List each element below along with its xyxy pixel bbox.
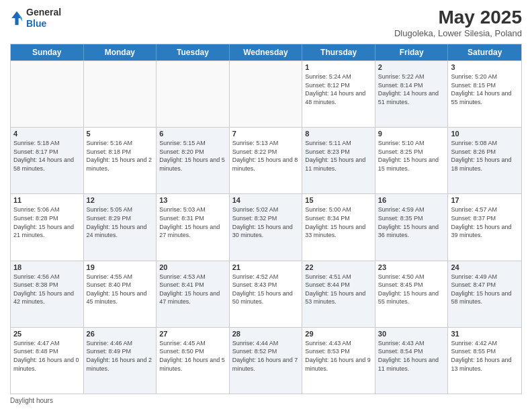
day-info: Sunrise: 4:49 AM Sunset: 8:47 PM Dayligh…: [451, 273, 519, 306]
day-number: 31: [451, 330, 519, 338]
day-number: 8: [305, 130, 372, 138]
cal-cell: 9Sunrise: 5:10 AM Sunset: 8:25 PM Daylig…: [375, 128, 449, 193]
cal-cell: [230, 61, 303, 127]
day-info: Sunrise: 4:51 AM Sunset: 8:44 PM Dayligh…: [305, 273, 372, 306]
cal-cell: 11Sunrise: 5:06 AM Sunset: 8:28 PM Dayli…: [11, 194, 84, 260]
cal-cell: 7Sunrise: 5:13 AM Sunset: 8:22 PM Daylig…: [230, 128, 303, 193]
cal-cell: 6Sunrise: 5:15 AM Sunset: 8:20 PM Daylig…: [157, 128, 230, 193]
main-title: May 2025: [394, 7, 522, 28]
day-number: 2: [378, 63, 445, 71]
cal-cell: 22Sunrise: 4:51 AM Sunset: 8:44 PM Dayli…: [302, 261, 375, 327]
day-info: Sunrise: 5:08 AM Sunset: 8:26 PM Dayligh…: [451, 139, 519, 173]
day-number: 9: [378, 130, 445, 138]
day-info: Sunrise: 5:05 AM Sunset: 8:29 PM Dayligh…: [87, 205, 154, 239]
cal-cell: 31Sunrise: 4:42 AM Sunset: 8:55 PM Dayli…: [448, 328, 521, 394]
day-number: 18: [13, 263, 81, 271]
day-info: Sunrise: 5:15 AM Sunset: 8:20 PM Dayligh…: [159, 139, 226, 173]
cal-header-cell: Monday: [84, 44, 157, 60]
cal-cell: 12Sunrise: 5:05 AM Sunset: 8:29 PM Dayli…: [84, 194, 157, 260]
cal-cell: 21Sunrise: 4:52 AM Sunset: 8:43 PM Dayli…: [230, 261, 303, 327]
cal-week: 1Sunrise: 5:24 AM Sunset: 8:12 PM Daylig…: [11, 60, 521, 127]
cal-cell: 19Sunrise: 4:55 AM Sunset: 8:40 PM Dayli…: [84, 261, 157, 327]
logo: General Blue: [10, 7, 61, 30]
day-info: Sunrise: 5:06 AM Sunset: 8:28 PM Dayligh…: [13, 205, 81, 239]
day-number: 14: [232, 196, 300, 204]
cal-cell: 8Sunrise: 5:11 AM Sunset: 8:23 PM Daylig…: [302, 128, 375, 193]
day-info: Sunrise: 4:57 AM Sunset: 8:37 PM Dayligh…: [451, 205, 519, 239]
cal-cell: 27Sunrise: 4:45 AM Sunset: 8:50 PM Dayli…: [157, 328, 230, 394]
day-info: Sunrise: 4:55 AM Sunset: 8:40 PM Dayligh…: [87, 273, 154, 306]
cal-cell: 14Sunrise: 5:02 AM Sunset: 8:32 PM Dayli…: [230, 194, 303, 260]
day-number: 1: [305, 63, 372, 71]
day-info: Sunrise: 5:24 AM Sunset: 8:12 PM Dayligh…: [305, 73, 372, 106]
location-subtitle: Dlugoleka, Lower Silesia, Poland: [394, 28, 522, 38]
day-number: 15: [305, 196, 372, 204]
day-info: Sunrise: 5:02 AM Sunset: 8:32 PM Dayligh…: [232, 205, 300, 239]
day-number: 16: [378, 196, 445, 204]
cal-week: 11Sunrise: 5:06 AM Sunset: 8:28 PM Dayli…: [11, 193, 521, 260]
header: General Blue May 2025 Dlugoleka, Lower S…: [10, 7, 522, 38]
day-info: Sunrise: 5:18 AM Sunset: 8:17 PM Dayligh…: [13, 139, 81, 173]
cal-cell: 25Sunrise: 4:47 AM Sunset: 8:48 PM Dayli…: [11, 328, 84, 394]
cal-cell: 16Sunrise: 4:59 AM Sunset: 8:35 PM Dayli…: [375, 194, 449, 260]
day-number: 23: [378, 263, 445, 271]
daylight-label: Daylight hours: [10, 397, 53, 404]
cal-cell: 15Sunrise: 5:00 AM Sunset: 8:34 PM Dayli…: [302, 194, 375, 260]
cal-cell: 1Sunrise: 5:24 AM Sunset: 8:12 PM Daylig…: [302, 61, 375, 127]
day-info: Sunrise: 4:44 AM Sunset: 8:52 PM Dayligh…: [232, 339, 300, 373]
cal-cell: 2Sunrise: 5:22 AM Sunset: 8:14 PM Daylig…: [375, 61, 449, 127]
day-number: 21: [232, 263, 300, 271]
calendar-header: SundayMondayTuesdayWednesdayThursdayFrid…: [11, 44, 521, 60]
day-info: Sunrise: 5:11 AM Sunset: 8:23 PM Dayligh…: [305, 139, 372, 173]
day-number: 6: [159, 130, 226, 138]
day-info: Sunrise: 4:46 AM Sunset: 8:49 PM Dayligh…: [87, 339, 154, 373]
logo-general: General: [26, 7, 61, 18]
page: General Blue May 2025 Dlugoleka, Lower S…: [0, 0, 532, 411]
cal-cell: 17Sunrise: 4:57 AM Sunset: 8:37 PM Dayli…: [448, 194, 521, 260]
logo-icon: [10, 10, 24, 26]
day-number: 30: [378, 330, 445, 338]
logo-text: General Blue: [26, 7, 61, 30]
day-number: 13: [159, 196, 226, 204]
cal-header-cell: Tuesday: [157, 44, 230, 60]
cal-week: 18Sunrise: 4:56 AM Sunset: 8:38 PM Dayli…: [11, 261, 521, 327]
day-number: 5: [87, 130, 154, 138]
day-number: 27: [159, 330, 226, 338]
cal-cell: 28Sunrise: 4:44 AM Sunset: 8:52 PM Dayli…: [230, 328, 303, 394]
cal-cell: 26Sunrise: 4:46 AM Sunset: 8:49 PM Dayli…: [84, 328, 157, 394]
day-number: 29: [305, 330, 372, 338]
day-number: 10: [451, 130, 519, 138]
day-info: Sunrise: 4:53 AM Sunset: 8:41 PM Dayligh…: [159, 273, 226, 306]
day-number: 7: [232, 130, 300, 138]
cal-cell: 24Sunrise: 4:49 AM Sunset: 8:47 PM Dayli…: [448, 261, 521, 327]
day-number: 11: [13, 196, 81, 204]
cal-cell: 23Sunrise: 4:50 AM Sunset: 8:45 PM Dayli…: [375, 261, 449, 327]
cal-cell: 13Sunrise: 5:03 AM Sunset: 8:31 PM Dayli…: [157, 194, 230, 260]
day-info: Sunrise: 4:59 AM Sunset: 8:35 PM Dayligh…: [378, 205, 445, 239]
cal-header-cell: Saturday: [448, 44, 521, 60]
cal-header-cell: Thursday: [302, 44, 375, 60]
day-info: Sunrise: 5:16 AM Sunset: 8:18 PM Dayligh…: [87, 139, 154, 173]
day-info: Sunrise: 4:56 AM Sunset: 8:38 PM Dayligh…: [13, 273, 81, 306]
cal-header-cell: Friday: [375, 44, 449, 60]
cal-cell: [11, 61, 84, 127]
day-info: Sunrise: 5:10 AM Sunset: 8:25 PM Dayligh…: [378, 139, 445, 173]
day-info: Sunrise: 4:47 AM Sunset: 8:48 PM Dayligh…: [13, 339, 81, 373]
cal-cell: [84, 61, 157, 127]
day-number: 24: [451, 263, 519, 271]
day-info: Sunrise: 5:20 AM Sunset: 8:15 PM Dayligh…: [451, 73, 519, 106]
day-number: 17: [451, 196, 519, 204]
cal-cell: 4Sunrise: 5:18 AM Sunset: 8:17 PM Daylig…: [11, 128, 84, 193]
cal-cell: 5Sunrise: 5:16 AM Sunset: 8:18 PM Daylig…: [84, 128, 157, 193]
day-info: Sunrise: 4:42 AM Sunset: 8:55 PM Dayligh…: [451, 339, 519, 373]
cal-week: 4Sunrise: 5:18 AM Sunset: 8:17 PM Daylig…: [11, 127, 521, 193]
cal-cell: 10Sunrise: 5:08 AM Sunset: 8:26 PM Dayli…: [448, 128, 521, 193]
day-info: Sunrise: 5:22 AM Sunset: 8:14 PM Dayligh…: [378, 73, 445, 106]
cal-cell: 29Sunrise: 4:43 AM Sunset: 8:53 PM Dayli…: [302, 328, 375, 394]
day-info: Sunrise: 4:45 AM Sunset: 8:50 PM Dayligh…: [159, 339, 226, 373]
day-info: Sunrise: 4:43 AM Sunset: 8:53 PM Dayligh…: [305, 339, 372, 373]
day-number: 12: [87, 196, 154, 204]
title-block: May 2025 Dlugoleka, Lower Silesia, Polan…: [394, 7, 522, 38]
day-info: Sunrise: 4:43 AM Sunset: 8:54 PM Dayligh…: [378, 339, 445, 373]
day-info: Sunrise: 5:13 AM Sunset: 8:22 PM Dayligh…: [232, 139, 300, 173]
